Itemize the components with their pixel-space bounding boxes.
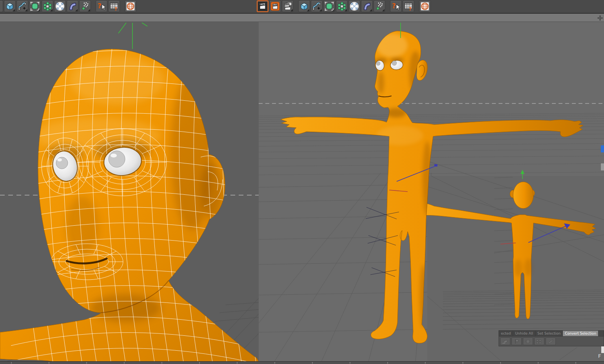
render-settings-icon[interactable] (282, 0, 294, 12)
grayed-tool-grid-icon[interactable] (534, 338, 544, 345)
emit-particles-icon[interactable] (79, 0, 91, 12)
svg-text:?: ? (392, 2, 396, 10)
move-handle-icon[interactable] (597, 15, 603, 20)
tab-set-selection[interactable]: Set Selection (535, 331, 563, 336)
grayed-tool-flag-icon[interactable] (511, 338, 522, 345)
add-cube-icon[interactable] (4, 0, 16, 12)
online-updater-icon[interactable] (419, 0, 431, 12)
svg-text:?: ? (114, 6, 117, 11)
emit-particles-icon[interactable] (374, 0, 385, 12)
toolbar-group-right: ? ? (257, 0, 431, 12)
corner-white-box[interactable] (601, 346, 604, 353)
draw-spline-icon[interactable] (311, 0, 323, 12)
subdivision-surface-icon[interactable] (29, 0, 41, 12)
help-icon[interactable]: ? (96, 0, 107, 12)
toolbar-group-left: ? ? (0, 0, 136, 12)
enable-axis-icon[interactable] (54, 0, 66, 12)
svg-text:?: ? (409, 6, 412, 11)
coordinate-manager-icon[interactable]: ? (403, 0, 414, 12)
bend-deformer-icon[interactable] (67, 0, 78, 12)
main-toolbar: ? ? (0, 0, 604, 14)
coordinate-manager-icon[interactable]: ? (108, 0, 120, 12)
edge-gray-handle[interactable] (601, 163, 604, 170)
enable-axis-icon[interactable] (348, 0, 360, 12)
edge-blue-handle[interactable] (601, 145, 604, 152)
grayed-tool-stamp-icon[interactable] (500, 338, 510, 345)
array-clone-icon[interactable] (336, 0, 348, 12)
tab-unhide-all[interactable]: Unhide All (513, 331, 535, 336)
panel-title-strip (0, 14, 604, 22)
add-cube-icon[interactable] (298, 0, 310, 12)
subdivision-surface-icon[interactable] (323, 0, 335, 12)
grayed-tool-brush-icon[interactable] (546, 338, 556, 345)
render-active-view-icon[interactable] (269, 0, 281, 12)
render-view-icon[interactable] (257, 0, 268, 12)
viewport-perspective[interactable] (259, 22, 604, 362)
partial-button-icon[interactable] (0, 0, 3, 12)
tab-convert-selection[interactable]: Convert Selection (563, 331, 599, 336)
selection-popup: ected Unhide All Set Selection Convert S… (499, 330, 604, 346)
bend-deformer-icon[interactable] (361, 0, 373, 12)
grayed-tool-sphere-icon[interactable] (523, 338, 533, 345)
help-icon[interactable]: ? (390, 0, 402, 12)
draw-spline-icon[interactable] (16, 0, 28, 12)
selection-tool-row (499, 336, 604, 346)
tab-partial[interactable]: ected (499, 331, 513, 336)
array-clone-icon[interactable] (42, 0, 53, 12)
online-updater-icon[interactable] (125, 0, 136, 12)
svg-text:?: ? (98, 2, 102, 10)
selection-tabs: ected Unhide All Set Selection Convert S… (499, 330, 604, 336)
viewport-wireframe-closeup[interactable] (0, 22, 259, 362)
application-window: ? ? (0, 0, 604, 364)
bottom-ruler-bar[interactable] (0, 361, 604, 364)
viewport-corner-label: F (598, 353, 601, 359)
